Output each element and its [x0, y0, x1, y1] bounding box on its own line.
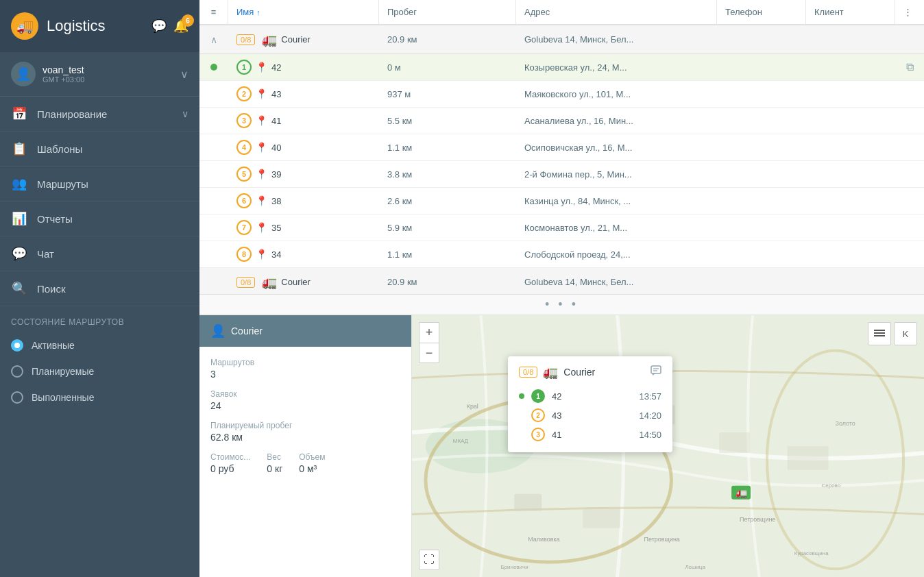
route1-name: Courier — [281, 34, 311, 45]
filter-planned-radio — [11, 365, 23, 378]
col-header-phone[interactable]: Телефон — [717, 0, 806, 24]
filter-active-radio — [11, 339, 23, 352]
routes-stat: Маршрутов 3 — [210, 358, 400, 380]
stop1-5-id: 39 — [271, 169, 281, 180]
stop-row-1-3[interactable]: 3 📍 41 5.5 км Асаналиева ул., 16, Мин... — [199, 108, 924, 134]
nav-label-planning: Планирование — [37, 108, 172, 120]
zoom-out-btn[interactable]: − — [419, 343, 439, 363]
route2-expand-cell[interactable] — [199, 277, 228, 288]
filter-completed[interactable]: Выполненные — [0, 384, 199, 410]
stop1-7-id: 35 — [271, 223, 281, 233]
zoom-in-btn[interactable]: + — [419, 322, 439, 343]
stop1-6-mileage: 2.6 км — [379, 191, 516, 212]
stop1-5-name: 5 📍 39 — [228, 161, 379, 187]
planning-icon: 📅 — [11, 106, 27, 121]
stop1-7-client — [806, 222, 895, 233]
map-layers-btn[interactable] — [868, 322, 891, 345]
sort-icon: ↑ — [256, 8, 260, 16]
nav-item-chat[interactable]: 💬 Чат — [0, 236, 199, 271]
map-expand-btn[interactable]: ⛶ — [419, 550, 439, 570]
nav-item-routes[interactable]: 👥 Маршруты — [0, 167, 199, 201]
dots-icon: • • • — [545, 297, 579, 312]
bottom-section: 👤 Courier Маршрутов 3 Заявок 24 Планируе… — [199, 315, 924, 577]
route-status-title: Состояние маршрутов — [0, 306, 199, 332]
map-view-btn[interactable]: K — [894, 322, 917, 345]
stop-row-1-2[interactable]: 2 📍 43 937 м Маяковского ул., 101, М... — [199, 81, 924, 108]
planning-arrow-icon: ∨ — [182, 108, 189, 119]
popup-stop-2: 2 43 14:20 — [519, 406, 661, 425]
sidebar: 🚚 Logistics 💬 🔔 6 👤 voan_test GMT +03:00… — [0, 0, 199, 577]
chat-icon: 💬 — [11, 246, 27, 261]
route1-truck-icon: 🚛 — [262, 32, 277, 47]
col-header-client[interactable]: Клиент — [806, 0, 895, 24]
stop-row-1-8[interactable]: 8 📍 34 1.1 км Слободской проезд, 24,... — [199, 241, 924, 268]
search-icon: 🔍 — [11, 281, 27, 296]
stop1-1-pin-icon: 📍 — [256, 62, 267, 73]
stop-row-1-5[interactable]: 5 📍 39 3.8 км 2-й Фомина пер., 5, Мин... — [199, 161, 924, 188]
svg-text:Курасовщина: Курасовщина — [794, 550, 829, 556]
stop1-1-online-dot — [210, 64, 217, 71]
stop1-2-menu — [199, 88, 228, 99]
stop1-8-mileage: 1.1 км — [379, 244, 516, 265]
route2-actions-cell[interactable] — [895, 277, 924, 288]
route1-expand-btn[interactable]: ∧ — [208, 34, 220, 46]
courier-panel-name: Courier — [231, 326, 263, 336]
stop1-8-menu — [199, 249, 228, 260]
col-header-name[interactable]: Имя ↑ — [228, 0, 379, 24]
svg-text:Лошица: Лошица — [685, 564, 705, 570]
notifications-icon-btn[interactable]: 🔔 6 — [173, 19, 189, 34]
route1-expand-cell[interactable]: ∧ — [199, 28, 228, 51]
filter-active[interactable]: Активные — [0, 332, 199, 358]
stop1-5-mileage: 3.8 км — [379, 164, 516, 185]
stop1-5-number: 5 — [236, 167, 252, 182]
stop-row-1-4[interactable]: 4 📍 40 1.1 км Осиповичская ул., 16, М... — [199, 134, 924, 161]
col-header-address[interactable]: Адрес — [516, 0, 717, 24]
user-expand-icon: ∨ — [180, 68, 189, 81]
col-header-actions[interactable]: ⋮ — [895, 0, 924, 24]
filter-planned[interactable]: Планируемые — [0, 358, 199, 384]
volume-stat-value: 0 м³ — [299, 463, 325, 474]
nav-label-routes: Маршруты — [37, 178, 189, 190]
nav-item-templates[interactable]: 📋 Шаблоны — [0, 132, 199, 167]
stop1-6-address: Казинца ул., 84, Минск, ... — [516, 191, 717, 212]
stop-row-1-7[interactable]: 7 📍 35 5.9 км Космонавтов ул., 21, М... — [199, 214, 924, 241]
nav-item-reports[interactable]: 📊 Отчеты — [0, 201, 199, 236]
nav-label-chat: Чат — [37, 248, 189, 260]
route1-actions-cell[interactable] — [895, 34, 924, 45]
stop1-7-address: Космонавтов ул., 21, М... — [516, 217, 717, 238]
stop1-7-phone — [717, 222, 806, 233]
route-row-2[interactable]: 0/8 🚛 Courier 20.9 км Golubeva 14, Минск… — [199, 268, 924, 295]
nav-item-search[interactable]: 🔍 Поиск — [0, 271, 199, 306]
svg-text:МКАД: МКАД — [453, 438, 469, 444]
user-section[interactable]: 👤 voan_test GMT +03:00 ∨ — [0, 52, 199, 97]
stop1-1-actions[interactable]: ⧉ — [895, 56, 924, 79]
stop1-1-copy-icon[interactable]: ⧉ — [906, 61, 914, 73]
stop1-5-pin-icon: 📍 — [256, 169, 267, 180]
orders-stat: Заявок 24 — [210, 389, 400, 411]
name-col-label: Имя — [236, 7, 254, 17]
col-header-mileage[interactable]: Пробег — [379, 0, 516, 24]
stop1-2-actions — [895, 88, 924, 99]
nav-item-planning[interactable]: 📅 Планирование ∨ — [0, 97, 199, 132]
popup-courier-name: Courier — [563, 367, 645, 378]
route1-phone-cell — [717, 34, 806, 45]
logo-icon: 🚚 — [11, 12, 38, 40]
stop1-8-client — [806, 249, 895, 260]
stop1-1-id: 42 — [271, 62, 281, 73]
volume-stat: Объем 0 м³ — [299, 452, 325, 474]
popup-close-btn[interactable] — [651, 365, 661, 380]
volume-stat-label: Объем — [299, 452, 325, 462]
col-header-menu[interactable]: ≡ — [199, 0, 228, 24]
stop1-6-number: 6 — [236, 193, 252, 208]
stop-row-1-1[interactable]: 1 📍 42 0 м Козыревская ул., 24, М... ⧉ — [199, 54, 924, 81]
popup-stop3-num: 3 — [531, 428, 545, 441]
orders-stat-value: 24 — [210, 400, 400, 411]
route-row-1[interactable]: ∧ 0/8 🚛 Courier 20.9 км Golubeva 14, Мин… — [199, 25, 924, 54]
messages-icon-btn[interactable]: 💬 — [151, 19, 167, 34]
courier-panel-header: 👤 Courier — [199, 315, 411, 347]
nav-label-search: Поиск — [37, 283, 189, 295]
stop-row-1-6[interactable]: 6 📍 38 2.6 км Казинца ул., 84, Минск, ..… — [199, 188, 924, 214]
stop1-3-pin-icon: 📍 — [256, 115, 267, 126]
route1-name-cell: 0/8 🚛 Courier — [228, 27, 379, 53]
svg-text:Петровщина: Петровщина — [644, 536, 680, 543]
